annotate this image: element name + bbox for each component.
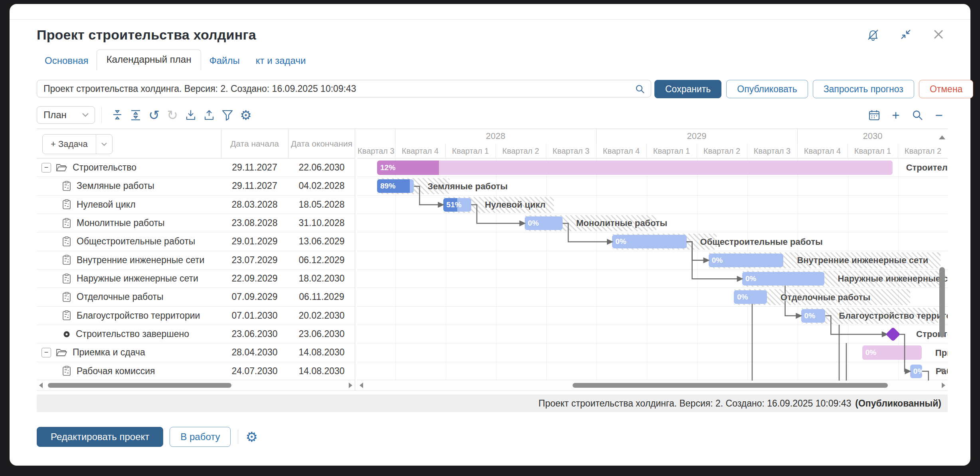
- tab-tasks[interactable]: кт и задачи: [248, 51, 314, 70]
- version-actions: Сохранить Опубликовать Запросить прогноз…: [654, 80, 973, 98]
- table-row[interactable]: Наружные инженерные сети22.09.202918.02.…: [37, 270, 355, 288]
- footer-settings-icon[interactable]: ⚙: [245, 430, 257, 444]
- task-icon: [62, 366, 71, 376]
- gantt-chart-pane: 202820292030 Квартал 3Квартал 4Квартал 1…: [357, 129, 948, 390]
- task-start-date: 22.09.2029: [221, 270, 288, 288]
- notifications-off-icon[interactable]: [865, 26, 881, 42]
- to-work-button[interactable]: В работу: [170, 427, 231, 447]
- gantt-chart-body: 12%Строительство89%Земляные работы51%Нул…: [357, 159, 948, 381]
- column-header-start-date[interactable]: Дата начала: [221, 129, 288, 159]
- quarter-header-cell: Квартал 3: [747, 143, 798, 159]
- tab-files[interactable]: Файлы: [201, 51, 247, 70]
- scroll-right-arrow[interactable]: [942, 383, 945, 388]
- status-bar: Проект строительства холдинга. Версия: 2…: [37, 395, 948, 412]
- save-button[interactable]: Сохранить: [654, 80, 721, 98]
- task-start-date: 29.11.2027: [221, 177, 288, 195]
- undo-icon[interactable]: ↺: [145, 106, 163, 124]
- calendar-icon[interactable]: [865, 106, 883, 124]
- scroll-up-arrow[interactable]: [939, 135, 945, 139]
- task-icon: [62, 292, 71, 302]
- task-name: Благоустройство территории: [77, 310, 200, 321]
- edit-project-button[interactable]: Редактировать проект: [37, 427, 163, 447]
- task-start-date: 23.07.2029: [221, 251, 288, 269]
- cancel-button[interactable]: Отмена: [919, 80, 974, 98]
- redo-icon[interactable]: ↻: [163, 106, 182, 124]
- close-icon[interactable]: [931, 26, 946, 42]
- collapse-row-button[interactable]: −: [41, 163, 51, 173]
- table-row[interactable]: Внутренние инженерные сети23.07.202906.1…: [37, 251, 355, 270]
- task-name: Общестроительные работы: [77, 236, 195, 247]
- task-start-date: 23.06.2030: [221, 325, 288, 343]
- task-icon: [62, 218, 71, 228]
- task-name: Наружные инженерные сети: [77, 273, 198, 284]
- table-row[interactable]: Общестроительные работы29.01.202913.06.2…: [37, 232, 355, 251]
- filter-icon[interactable]: [218, 106, 237, 124]
- table-row[interactable]: Строительство завершено23.06.203023.06.2…: [37, 325, 355, 343]
- search-icon[interactable]: [635, 84, 645, 94]
- scroll-right-arrow[interactable]: [349, 383, 352, 388]
- version-input[interactable]: Проект строительства холдинга. Версия: 2…: [37, 80, 651, 97]
- scrollbar-thumb[interactable]: [939, 267, 945, 337]
- tab-bar: Основная Календарный план Файлы кт и зад…: [37, 50, 314, 70]
- task-end-date: 06.12.2029: [288, 251, 355, 269]
- gantt-vertical-scrollbar[interactable]: [939, 129, 945, 381]
- view-select[interactable]: План: [37, 106, 95, 124]
- gantt-horizontal-scrollbar[interactable]: [357, 380, 948, 390]
- collapse-all-icon[interactable]: [108, 106, 126, 124]
- task-name: Земляные работы: [77, 180, 154, 191]
- task-icon: [62, 310, 71, 321]
- scrollbar-thumb[interactable]: [573, 383, 888, 388]
- tab-main[interactable]: Основная: [37, 51, 97, 70]
- folder-open-icon: [56, 348, 67, 357]
- scroll-down-arrow[interactable]: [939, 369, 945, 373]
- table-row[interactable]: −Приемка и сдача28.04.203014.08.2030: [37, 343, 355, 362]
- quarter-header-cell: Квартал 4: [395, 143, 446, 159]
- zoom-out-icon[interactable]: −: [930, 106, 948, 124]
- year-header-cell: 2028: [395, 129, 597, 143]
- request-forecast-button[interactable]: Запросить прогноз: [813, 80, 914, 98]
- table-horizontal-scrollbar[interactable]: [37, 380, 355, 390]
- quarter-header-cell: Квартал 2: [697, 143, 747, 159]
- add-task-dropdown[interactable]: [96, 135, 112, 154]
- table-row[interactable]: Монолитные работы23.08.202831.10.2028: [37, 214, 355, 232]
- year-header-cell: [357, 129, 395, 143]
- export-icon[interactable]: [200, 106, 218, 124]
- table-row[interactable]: Нулевой цикл28.03.202818.05.2028: [37, 196, 355, 214]
- year-header-cell: 2030: [798, 129, 948, 143]
- collapse-row-button[interactable]: −: [41, 348, 51, 357]
- table-row[interactable]: −Строительство29.11.202722.06.2030: [37, 159, 355, 177]
- collapse-window-icon[interactable]: [898, 26, 914, 42]
- gantt-bar-label: Отделочные работы: [780, 292, 870, 303]
- gantt-bar-label: Нулевой цикл: [485, 200, 545, 210]
- scrollbar-thumb[interactable]: [48, 383, 231, 388]
- zoom-in-icon[interactable]: +: [887, 106, 905, 124]
- task-table-header: + Задача Дата начала Дата окончания: [37, 129, 355, 159]
- task-end-date: 18.02.2030: [288, 270, 355, 288]
- task-icon: [62, 199, 71, 210]
- table-row[interactable]: Благоустройство территории07.01.203020.0…: [37, 307, 355, 325]
- gantt-bar-label: Наружные инженерные сети: [838, 274, 948, 284]
- task-icon: [62, 181, 71, 191]
- zoom-search-icon[interactable]: [908, 106, 927, 124]
- task-table-pane: + Задача Дата начала Дата окончания −Стр…: [37, 129, 355, 390]
- tab-schedule[interactable]: Календарный план: [97, 50, 202, 70]
- add-task-button[interactable]: + Задача: [42, 134, 113, 154]
- scroll-left-arrow[interactable]: [39, 383, 43, 388]
- task-end-date: 18.05.2028: [288, 196, 355, 214]
- version-input-value: Проект строительства холдинга. Версия: 2…: [43, 83, 356, 94]
- table-row[interactable]: Отделочные работы07.09.202906.11.2029: [37, 288, 355, 306]
- table-row[interactable]: Земляные работы29.11.202704.02.2028: [37, 177, 355, 195]
- column-header-end-date[interactable]: Дата окончания: [288, 129, 355, 159]
- gantt-bar-label: Общестроительные работы: [700, 237, 823, 247]
- expand-all-icon[interactable]: [126, 106, 145, 124]
- task-end-date: 06.11.2029: [288, 288, 355, 306]
- import-icon[interactable]: [182, 106, 200, 124]
- task-end-date: 14.08.2030: [288, 343, 355, 361]
- task-end-date: 22.06.2030: [288, 159, 355, 177]
- task-end-date: 04.02.2028: [288, 177, 355, 195]
- scroll-left-arrow[interactable]: [360, 383, 363, 388]
- publish-button[interactable]: Опубликовать: [726, 80, 808, 98]
- quarter-header-cell: Квартал 3: [357, 143, 395, 159]
- table-row[interactable]: Рабочая комиссия24.07.203014.08.2030: [37, 362, 355, 381]
- settings-icon[interactable]: ⚙: [237, 106, 255, 124]
